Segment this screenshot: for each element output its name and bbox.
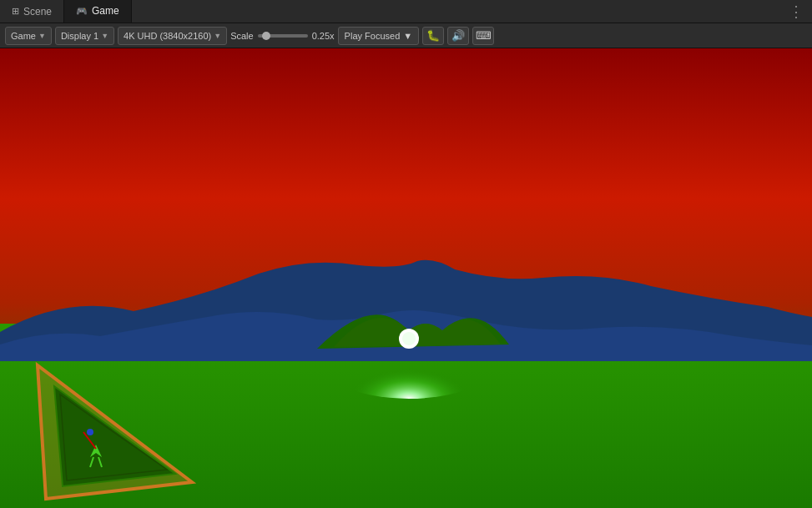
minimap-blue-dot — [87, 429, 93, 435]
keyboard-icon: ⌨ — [476, 29, 492, 42]
tab-bar: ⊞ Scene 🎮 Game ⋮ — [0, 0, 812, 23]
scale-control: Scale 0.25x — [230, 31, 334, 41]
bug-button[interactable]: 🐛 — [422, 27, 444, 45]
scale-slider-thumb — [262, 32, 270, 40]
tab-game-label: Game — [92, 5, 119, 17]
bug-icon: 🐛 — [426, 29, 440, 42]
scene-icon: ⊞ — [12, 6, 19, 17]
game-dropdown-chevron: ▼ — [38, 32, 46, 40]
sun-inner — [402, 332, 416, 345]
scene-svg — [0, 48, 812, 508]
play-focused-button[interactable]: Play Focused ▼ — [338, 27, 420, 45]
resolution-dropdown[interactable]: 4K UHD (3840x2160) ▼ — [118, 27, 227, 45]
display-dropdown[interactable]: Display 1 ▼ — [55, 27, 114, 45]
keyboard-button[interactable]: ⌨ — [472, 27, 494, 45]
game-viewport — [0, 48, 812, 508]
game-dropdown-label: Game — [11, 31, 36, 41]
display-dropdown-chevron: ▼ — [101, 32, 108, 40]
game-icon: 🎮 — [76, 6, 88, 17]
tab-menu-button[interactable]: ⋮ — [780, 0, 812, 23]
audio-button[interactable]: 🔊 — [447, 27, 469, 45]
tab-game[interactable]: 🎮 Game — [64, 0, 132, 23]
resolution-dropdown-label: 4K UHD (3840x2160) — [124, 31, 211, 41]
tab-scene-label: Scene — [23, 6, 52, 18]
tab-scene[interactable]: ⊞ Scene — [0, 0, 64, 23]
resolution-dropdown-chevron: ▼ — [214, 32, 221, 40]
toolbar: Game ▼ Display 1 ▼ 4K UHD (3840x2160) ▼ … — [0, 23, 812, 48]
play-focused-label: Play Focused — [345, 31, 401, 41]
scale-slider[interactable] — [258, 34, 308, 38]
game-dropdown[interactable]: Game ▼ — [5, 27, 52, 45]
display-dropdown-label: Display 1 — [61, 31, 98, 41]
scale-value: 0.25x — [312, 31, 335, 41]
audio-icon: 🔊 — [451, 29, 465, 42]
play-focused-chevron: ▼ — [403, 31, 412, 41]
scale-label: Scale — [230, 31, 254, 41]
